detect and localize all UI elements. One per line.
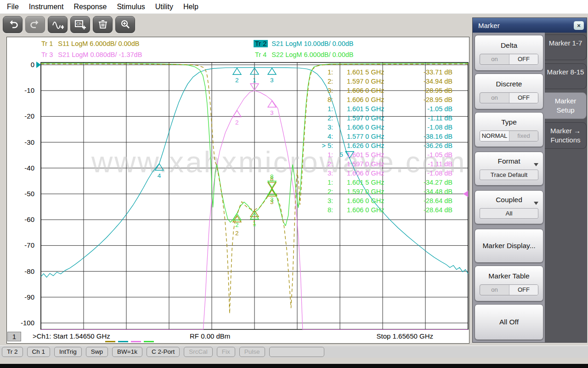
discrete-label: Discrete — [496, 80, 522, 88]
tab-marker-functions[interactable]: Marker → Functions — [545, 122, 587, 149]
status-segment-srccal[interactable]: SrcCal — [184, 347, 213, 357]
ro-freq: 1.606 0 GHz — [333, 196, 396, 205]
readout-row: 1:1.601 5 GHz-1.05 dB — [315, 150, 452, 159]
y-axis-label: -80 — [8, 267, 34, 275]
all-off-button[interactable]: All Off — [475, 304, 543, 340]
ro-num: 3: — [315, 196, 333, 205]
type-fixed: fixed — [509, 131, 538, 141]
type-button[interactable]: Type NORMAL fixed — [475, 112, 543, 147]
svg-text:2: 2 — [235, 230, 239, 237]
type-normal: NORMAL — [480, 131, 509, 141]
y-axis-label: 0 — [8, 61, 34, 68]
coupled-label: Coupled — [496, 196, 522, 204]
status-segment-empty[interactable] — [269, 347, 324, 357]
readout-row: 1:1.601 5 GHz-34.27 dB — [315, 178, 452, 187]
add-channel-icon: Ch — [74, 19, 86, 29]
close-icon[interactable]: × — [574, 21, 584, 30]
tab-marker-8-15[interactable]: Marker 8-15 — [545, 63, 587, 89]
ro-val: -33.71 dB — [396, 68, 452, 77]
trace4-label[interactable]: Tr 4 S22 LogM 6.000dB/ 0.00dB — [254, 51, 353, 58]
delta-on: on — [480, 54, 509, 64]
zoom-button[interactable] — [115, 16, 135, 33]
coupled-button[interactable]: Coupled All — [475, 190, 543, 224]
ro-val: -1.08 dB — [396, 123, 452, 132]
trace3-label[interactable]: Tr 3 S21 LogM 0.080dB/ -1.37dB — [40, 51, 142, 58]
delete-button[interactable] — [93, 16, 113, 33]
tab-marker-setup[interactable]: Marker Setup — [545, 92, 587, 119]
ro-num: 1: — [315, 178, 333, 187]
ro-freq: 1.577 0 GHz — [333, 132, 396, 141]
y-axis-label: -40 — [8, 164, 34, 172]
all-off-label: All Off — [499, 318, 519, 326]
menu-item-utility[interactable]: Utility — [150, 3, 178, 11]
ro-val: -38.16 dB — [396, 132, 452, 141]
panel-tab-column: Marker 1-7 Marker 8-15 Marker Setup Mark… — [545, 33, 587, 342]
ro-num: 3: — [315, 169, 333, 178]
status-segment-pulse[interactable]: Pulse — [239, 347, 265, 357]
trace2-id: Tr 2 — [254, 40, 268, 47]
ro-num: 8: — [315, 205, 333, 215]
readout-row: 8:1.606 0 GHz-28.95 dB — [315, 95, 452, 104]
tab-marker-1-7[interactable]: Marker 1-7 — [545, 34, 587, 60]
ro-freq: 1.606 0 GHz — [333, 86, 396, 95]
ro-val: -34.48 dB — [396, 187, 452, 196]
redo-button[interactable] — [25, 16, 45, 33]
add-channel-button[interactable]: Ch — [70, 16, 90, 33]
svg-text:3: 3 — [270, 196, 274, 203]
delta-toggle[interactable]: on OFF — [480, 54, 538, 65]
y-axis-label: -50 — [8, 190, 34, 198]
svg-text:2: 2 — [235, 77, 239, 84]
readout-row: 2:1.597 0 GHz-1.11 dB — [315, 113, 452, 123]
readout-row: 3:1.606 0 GHz-1.08 dB — [315, 169, 452, 178]
menu-item-instrument[interactable]: Instrument — [24, 3, 69, 11]
format-button[interactable]: Format Trace Default — [475, 152, 543, 186]
trace1-params: S11 LogM 6.000dB/ 0.00dB — [58, 40, 139, 47]
y-axis-label: -20 — [8, 112, 34, 120]
status-bar: Tr 2Ch 1IntTrigSwpBW=1kC 2-PortSrcCalFix… — [0, 345, 588, 358]
ro-val: -34.94 dB — [396, 77, 452, 86]
status-segment-ch-1[interactable]: Ch 1 — [27, 347, 51, 357]
delta-button[interactable]: Delta on OFF — [475, 35, 543, 71]
menu-item-response[interactable]: Response — [68, 3, 112, 11]
readout-row: 2:1.597 0 GHz-1.11 dB — [315, 159, 452, 169]
marker-table-toggle[interactable]: on OFF — [480, 284, 538, 295]
readout-row: 3:1.606 0 GHz-28.95 dB — [315, 86, 452, 95]
readout-row: 1:1.601 5 GHz-33.71 dB — [315, 68, 452, 77]
svg-text:3: 3 — [270, 109, 274, 116]
trace1-label[interactable]: Tr 1 S11 LogM 6.000dB/ 0.00dB — [40, 40, 139, 47]
marker-table-button[interactable]: Marker Table on OFF — [475, 266, 543, 301]
add-trace-button[interactable] — [48, 16, 68, 33]
y-axis-label: -100 — [8, 319, 34, 327]
ro-val: -28.95 dB — [396, 86, 452, 95]
undo-button[interactable] — [3, 16, 23, 33]
ro-num: 1: — [315, 150, 333, 159]
discrete-toggle[interactable]: on OFF — [480, 92, 538, 103]
status-segment-tr-2[interactable]: Tr 2 — [2, 347, 23, 357]
channel-badge[interactable]: 1 — [7, 332, 21, 341]
trace2-label[interactable]: Tr 2 S21 LogM 10.00dB/ 0.00dB — [254, 40, 353, 47]
ro-freq: 1.601 5 GHz — [333, 68, 396, 77]
status-segment-swp[interactable]: Swp — [86, 347, 108, 357]
plot-area: www.xahxmicrowave.com213452311223388 Tr … — [6, 37, 469, 344]
trace4-color-dash — [144, 341, 154, 342]
status-segment-c-2-port[interactable]: C 2-Port — [147, 347, 180, 357]
status-segment-inttrig[interactable]: IntTrig — [54, 347, 82, 357]
delta-off: OFF — [509, 54, 538, 64]
discrete-on: on — [480, 93, 509, 103]
type-toggle[interactable]: NORMAL fixed — [480, 130, 538, 142]
y-axis-label: -90 — [8, 293, 34, 301]
readout-row: 2:1.597 0 GHz-34.94 dB — [315, 77, 452, 86]
ro-freq: 1.597 0 GHz — [333, 159, 396, 169]
readout-row: 2:1.597 0 GHz-34.48 dB — [315, 187, 452, 196]
trace-color-legend — [105, 336, 157, 344]
discrete-button[interactable]: Discrete on OFF — [475, 74, 543, 109]
menu-item-file[interactable]: File — [2, 3, 24, 11]
status-segment-fix[interactable]: Fix — [217, 347, 235, 357]
svg-text:1: 1 — [253, 221, 256, 227]
menu-item-help[interactable]: Help — [178, 3, 204, 11]
marker-display-button[interactable]: Marker Display... — [475, 229, 543, 263]
ro-freq: 1.606 0 GHz — [333, 169, 396, 178]
menu-item-stimulus[interactable]: Stimulus — [112, 3, 150, 11]
status-segment-bw=1k[interactable]: BW=1k — [112, 347, 142, 357]
undo-icon — [7, 19, 19, 29]
